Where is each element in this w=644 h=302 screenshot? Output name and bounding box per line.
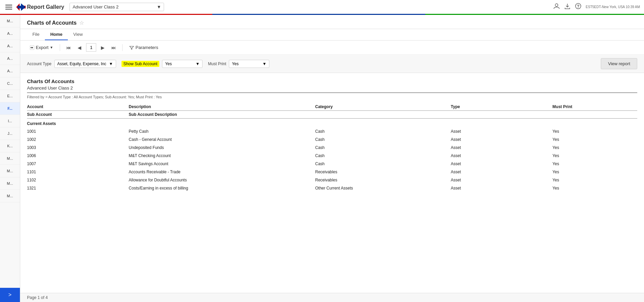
export-button[interactable]: Export ▼ — [27, 44, 56, 51]
sidebar-item-12[interactable]: M... — [0, 165, 20, 177]
cell-type: Asset — [451, 160, 553, 168]
sidebar-item-5[interactable]: C... — [0, 77, 20, 90]
next-page-button[interactable]: ▶ — [99, 44, 107, 52]
user-icon-btn[interactable] — [553, 3, 560, 11]
prev-page-button[interactable]: ◀ — [76, 44, 83, 52]
report-footer: Page 1 of 4 — [20, 293, 644, 302]
parameters-button[interactable]: Parameters — [127, 44, 161, 51]
section-header: Current Assets — [27, 119, 637, 128]
sidebar-item-3[interactable]: A... — [0, 52, 20, 65]
col-sub-empty-2 — [451, 111, 553, 119]
report-selector-chevron: ▼ — [157, 4, 161, 9]
show-sub-account-dropdown[interactable]: Yes ▼ — [162, 60, 203, 68]
parameters-bar: Account Type Asset, Equity, Expense, Inc… — [20, 55, 644, 73]
view-report-button[interactable]: View report — [601, 58, 637, 69]
cell-type: Asset — [451, 168, 553, 176]
cell-must-print: Yes — [553, 127, 637, 135]
cell-account: 1002 — [27, 135, 129, 144]
cell-description: Costs/Earning in excess of billing — [129, 184, 315, 192]
account-type-label: Account Type — [27, 61, 52, 66]
sidebar-item-2[interactable]: A... — [0, 40, 20, 52]
tab-view[interactable]: View — [68, 29, 88, 40]
toolbar-separator-2 — [122, 44, 123, 51]
cell-category: Receivables — [315, 176, 451, 184]
table-row: 1001 Petty Cash Cash Asset Yes — [27, 127, 637, 135]
show-sub-account-label: Show Sub Account — [122, 61, 160, 67]
cell-account: 1001 — [27, 127, 129, 135]
last-page-button[interactable]: ⏭ — [109, 44, 118, 52]
cell-account: 1006 — [27, 152, 129, 160]
cell-must-print: Yes — [553, 135, 637, 144]
top-right-icons: ? EST5EDT-New York, USA 10:39 AM — [553, 3, 640, 11]
report-selector-value: Advanced User Class 2 — [73, 4, 118, 9]
table-row: 1007 M&T Savings Account Cash Asset Yes — [27, 160, 637, 168]
sidebar-item-0[interactable]: M... — [0, 15, 20, 27]
sidebar-item-11[interactable]: M... — [0, 152, 20, 165]
table-row: 1321 Costs/Earning in excess of billing … — [27, 184, 637, 192]
col-must-print: Must Print — [553, 103, 637, 111]
col-sub-account: Sub Account — [27, 111, 129, 119]
sidebar-item-7[interactable]: F... — [0, 102, 20, 115]
help-icon-btn[interactable]: ? — [575, 3, 582, 11]
page-info: Page 1 of 4 — [27, 295, 48, 300]
cell-type: Asset — [451, 144, 553, 152]
cell-must-print: Yes — [553, 160, 637, 168]
account-type-chevron: ▼ — [109, 61, 113, 66]
download-icon-btn[interactable] — [564, 3, 571, 11]
table-row: 1102 Allowance for Doubtful Accounts Rec… — [27, 176, 637, 184]
report-subtitle: Advanced User Class 2 — [27, 85, 637, 91]
cell-account: 1102 — [27, 176, 129, 184]
sidebar-item-8[interactable]: I... — [0, 115, 20, 127]
account-type-dropdown[interactable]: Asset, Equity, Expense, Inc ▼ — [54, 60, 116, 68]
col-type: Type — [451, 103, 553, 111]
sidebar-item-1[interactable]: A... — [0, 27, 20, 40]
sidebar-item-13[interactable]: M... — [0, 177, 20, 190]
col-account: Account — [27, 103, 129, 111]
sidebar-item-10[interactable]: K... — [0, 140, 20, 152]
tab-home[interactable]: Home — [45, 29, 68, 40]
cell-account: 1007 — [27, 160, 129, 168]
col-sub-empty-3 — [553, 111, 637, 119]
sidebar-item-9[interactable]: J... — [0, 127, 20, 140]
help-icon: ? — [575, 3, 582, 9]
cell-description: Allowance for Doubtful Accounts — [129, 176, 315, 184]
first-page-button[interactable]: ⏮ — [64, 44, 73, 52]
table-row: 1003 Undeposited Funds Cash Asset Yes — [27, 144, 637, 152]
col-category: Category — [315, 103, 451, 111]
report-content: Charts Of Accounts Advanced User Class 2… — [20, 73, 644, 293]
cell-type: Asset — [451, 176, 553, 184]
cell-description: M&T Savings Account — [129, 160, 315, 168]
cell-must-print: Yes — [553, 144, 637, 152]
tab-file[interactable]: File — [27, 29, 45, 40]
cell-category: Cash — [315, 160, 451, 168]
hamburger-button[interactable] — [4, 3, 14, 11]
cell-category: Other Current Assets — [315, 184, 451, 192]
table-row: 1101 Accounts Receivable - Trade Receiva… — [27, 168, 637, 176]
cell-category: Cash — [315, 127, 451, 135]
report-table: Account Description Category Type Must P… — [27, 103, 637, 192]
must-print-group: Must Print Yes ▼ — [208, 60, 269, 68]
cell-account: 1101 — [27, 168, 129, 176]
sidebar: M... A... A... A... A... C... E... F... … — [0, 15, 20, 302]
must-print-dropdown[interactable]: Yes ▼ — [229, 60, 269, 68]
cell-must-print: Yes — [553, 184, 637, 192]
cell-category: Cash — [315, 152, 451, 160]
cell-must-print: Yes — [553, 176, 637, 184]
cell-type: Asset — [451, 135, 553, 144]
timezone-display: EST5EDT-New York, USA 10:39 AM — [586, 5, 640, 9]
section-header-row: Current Assets — [27, 119, 637, 128]
cell-must-print: Yes — [553, 168, 637, 176]
content-area: Charts of Accounts ☆ File Home View Expo… — [20, 15, 644, 302]
must-print-chevron: ▼ — [262, 61, 266, 66]
sidebar-item-4[interactable]: A... — [0, 65, 20, 77]
cell-type: Asset — [451, 127, 553, 135]
report-selector[interactable]: Advanced User Class 2 ▼ — [70, 3, 164, 11]
sidebar-item-6[interactable]: E... — [0, 90, 20, 102]
sidebar-item-14[interactable]: M... — [0, 190, 20, 202]
logo-icon — [16, 3, 26, 11]
cell-description: Undeposited Funds — [129, 144, 315, 152]
report-divider — [27, 93, 637, 93]
favorite-star-icon[interactable]: ☆ — [79, 20, 84, 26]
sidebar-expand-button[interactable]: > — [0, 288, 20, 302]
filter-icon — [129, 45, 134, 50]
